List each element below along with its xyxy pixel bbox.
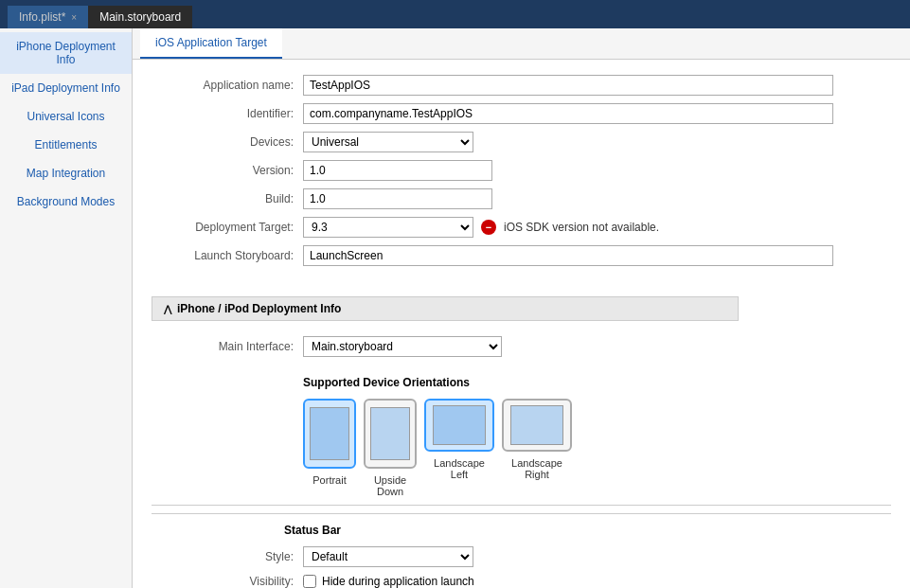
devices-select[interactable]: iPhone iPad Universal (303, 132, 473, 152)
deployment-target-select[interactable]: 9.3 10.0 11.0 12.0 (303, 217, 473, 238)
identifier-row: Identifier: (152, 103, 891, 124)
main-interface-section: Main Interface: Main.storyboard (133, 329, 910, 368)
version-label: Version: (152, 164, 303, 177)
deployment-target-label: Deployment Target: (152, 221, 303, 234)
sidebar-item-map-label: Map Integration (27, 167, 105, 180)
version-input[interactable] (303, 160, 492, 181)
landscape-left-screen (433, 405, 486, 445)
devices-row: Devices: iPhone iPad Universal (152, 132, 891, 152)
orientation-landscape-left[interactable]: LandscapeLeft (424, 399, 494, 497)
orientation-upside-down[interactable]: UpsideDown (364, 399, 417, 497)
portrait-label: Portrait (312, 474, 346, 486)
style-select[interactable]: Default Light Dark (303, 546, 473, 567)
launch-storyboard-input[interactable] (303, 245, 833, 266)
title-bar-tabs: Info.plist* × Main.storyboard (8, 0, 192, 28)
orientation-portrait[interactable]: Portrait (303, 399, 356, 497)
upside-down-screen (370, 407, 410, 460)
close-info-plist-icon[interactable]: × (71, 12, 77, 23)
upside-down-icon[interactable] (364, 399, 417, 469)
sidebar-item-universal-label: Universal Icons (27, 110, 104, 123)
deployment-error-text: iOS SDK version not available. (504, 221, 659, 234)
content-tabs: iOS Application Target (133, 28, 910, 60)
deployment-target-controls: 9.3 10.0 11.0 12.0 − iOS SDK version not… (303, 217, 659, 238)
main-interface-label: Main Interface: (152, 340, 303, 353)
content-area: iOS Application Target Application name:… (133, 28, 910, 588)
orientation-landscape-right[interactable]: LandscapeRight (502, 399, 572, 497)
landscape-right-icon[interactable] (502, 399, 572, 452)
status-bar-title: Status Bar (152, 524, 891, 537)
visibility-checkbox[interactable] (303, 575, 316, 588)
tab-ios-target[interactable]: iOS Application Target (140, 28, 282, 59)
landscape-left-icon[interactable] (424, 399, 494, 452)
status-bar-divider (152, 505, 891, 506)
style-label: Style: (152, 550, 303, 563)
sidebar-item-universal-icons[interactable]: Universal Icons (0, 102, 132, 131)
tab-main-storyboard-label: Main.storyboard (99, 10, 181, 24)
app-name-label: Application name: (152, 79, 303, 92)
version-row: Version: (152, 160, 891, 181)
sidebar-item-ipad-label: iPad Deployment Info (11, 81, 120, 95)
tab-ios-target-label: iOS Application Target (155, 36, 267, 49)
sidebar-item-background-modes[interactable]: Background Modes (0, 187, 132, 216)
orientations-section: Supported Device Orientations Portrait U… (133, 368, 910, 505)
main-interface-select[interactable]: Main.storyboard (303, 336, 502, 357)
portrait-screen (310, 407, 349, 460)
sidebar-item-entitlements-label: Entitlements (34, 138, 97, 151)
identifier-label: Identifier: (152, 107, 303, 120)
sidebar-item-ipad-deployment[interactable]: iPad Deployment Info (0, 74, 132, 102)
app-name-input[interactable] (303, 75, 833, 96)
sidebar-item-entitlements[interactable]: Entitlements (0, 131, 132, 159)
status-bar-section: Status Bar Style: Default Light Dark Vis… (152, 513, 891, 588)
app-name-row: Application name: (152, 75, 891, 96)
tab-info-plist-label: Info.plist* (19, 10, 65, 24)
sidebar-item-map-integration[interactable]: Map Integration (0, 159, 132, 187)
build-input[interactable] (303, 188, 492, 209)
visibility-row: Visibility: Hide during application laun… (152, 575, 891, 588)
build-label: Build: (152, 192, 303, 205)
error-icon: − (481, 220, 496, 235)
launch-storyboard-label: Launch Storyboard: (152, 249, 303, 262)
iphone-section-header[interactable]: ⋀ iPhone / iPod Deployment Info (152, 296, 739, 321)
landscape-right-label: LandscapeRight (511, 457, 562, 480)
sidebar-item-iphone-label: iPhone Deployment Info (16, 40, 116, 66)
landscape-left-label: LandscapeLeft (434, 457, 485, 480)
deployment-target-row: Deployment Target: 9.3 10.0 11.0 12.0 − … (152, 217, 891, 238)
title-bar: Info.plist* × Main.storyboard (0, 0, 910, 28)
main-interface-row: Main Interface: Main.storyboard (152, 336, 891, 357)
identifier-input[interactable] (303, 103, 833, 124)
collapse-icon: ⋀ (164, 304, 171, 314)
form-section: Application name: Identifier: Devices: i… (133, 60, 910, 289)
build-row: Build: (152, 188, 891, 209)
tab-info-plist[interactable]: Info.plist* × (8, 6, 88, 28)
launch-storyboard-row: Launch Storyboard: (152, 245, 891, 266)
devices-label: Devices: (152, 135, 303, 149)
sidebar: iPhone Deployment Info iPad Deployment I… (0, 28, 133, 588)
portrait-icon[interactable] (303, 399, 356, 469)
main-container: iPhone Deployment Info iPad Deployment I… (0, 28, 910, 588)
iphone-section-title: iPhone / iPod Deployment Info (177, 302, 341, 315)
upside-down-label: UpsideDown (374, 474, 406, 497)
sidebar-item-background-label: Background Modes (17, 195, 115, 208)
visibility-checkbox-label: Hide during application launch (322, 575, 474, 588)
visibility-checkbox-row: Hide during application launch (303, 575, 474, 588)
orientations-row: Portrait UpsideDown LandscapeLeft (303, 399, 891, 497)
visibility-label: Visibility: (152, 575, 303, 588)
sidebar-item-iphone-deployment[interactable]: iPhone Deployment Info (0, 32, 132, 74)
orientations-title: Supported Device Orientations (303, 376, 891, 389)
tab-main-storyboard[interactable]: Main.storyboard (88, 6, 192, 28)
style-row: Style: Default Light Dark (152, 546, 891, 567)
landscape-right-screen (510, 405, 563, 445)
